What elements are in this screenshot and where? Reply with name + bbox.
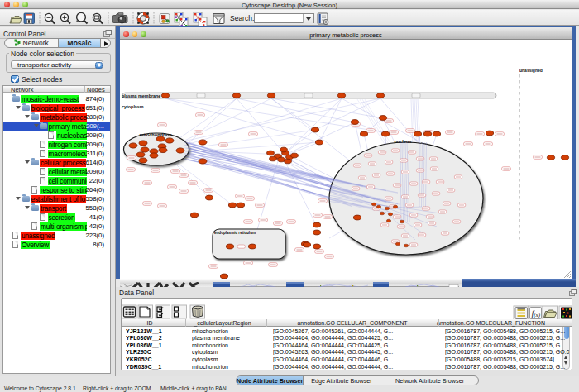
svg-text:cytoplasm: cytoplasm [122,104,144,109]
svg-text:mitochondrion: mitochondrion [139,132,172,137]
svg-text:plasma membrane: plasma membrane [122,93,160,98]
svg-text:unassigned: unassigned [519,68,543,73]
svg-text:endoplasmic reticulum: endoplasmic reticulum [214,231,256,235]
svg-text:nucleus: nucleus [394,139,411,144]
